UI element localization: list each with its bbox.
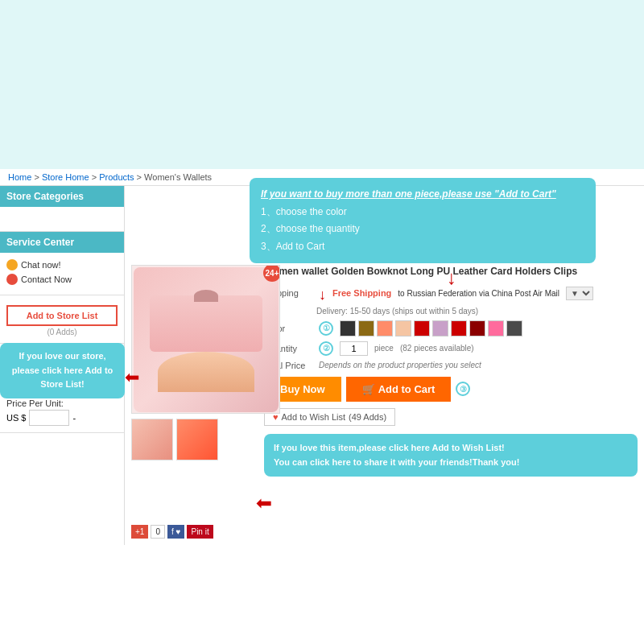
shipping-value: Free Shipping [332,288,391,298]
breadcrumb: Home > Store Home > Products > Women's W… [0,169,644,186]
action-buttons: Buy Now 🛒 Add to Cart ③ [264,377,638,402]
price-range: US $ - [6,410,118,426]
service-center-title: Service Center [0,232,124,253]
color-swatch-3[interactable] [377,320,393,336]
tooltip-top-line1: If you want to buy more than one piece,p… [261,186,584,204]
add-to-cart-button[interactable]: 🛒 Add to Cart [346,377,452,402]
keywords-label: Keywords: [6,366,118,376]
tooltip-wish-bubble: If you love this item,please click here … [264,434,638,477]
store-categories-body [0,207,124,231]
quantity-row: Quantity ② piece (82 pieces available) [264,341,638,356]
tooltip-top-line3: 2、choose the quantity [261,221,584,238]
tooltip-top-line4: 3、Add to Cart [261,238,584,256]
thumbnail-1[interactable] [131,419,173,460]
tooltip-top-bubble: If you want to buy more than one piece,p… [250,178,596,263]
top-banner [0,0,644,169]
add-store-button[interactable]: Add to Store List [6,305,118,326]
color-swatch-10[interactable] [506,320,522,336]
product-content: 24+ +1 0 f ♥ Pin it [131,265,638,539]
color-row: Color ① [264,320,638,336]
product-container: 24+ +1 0 f ♥ Pin it [131,265,638,539]
tooltip-wish-line2: You can click here to share it with your… [274,455,628,470]
wallet-body [150,295,262,352]
shipping-delivery: Delivery: 15-50 days (ships out within 5… [316,307,638,316]
color-swatch-1[interactable] [340,320,356,336]
thumbnail-2[interactable] [176,419,218,460]
color-swatch-6[interactable] [432,320,448,336]
wishlist-button[interactable]: ♥ Add to Wish List (49 Adds) [264,408,395,426]
tooltip-top-line2: 1、choose the color [261,204,584,221]
breadcrumb-store-home[interactable]: Store Home [42,172,89,182]
color-swatch-4[interactable] [395,320,411,336]
breadcrumb-current: Women's Wallets [144,172,212,182]
sidebar: Store Categories Service Center Chat now… [0,186,125,545]
quantity-unit: piece [374,344,394,353]
chat-label: Chat now! [21,260,61,270]
add-store-section: Add to Store List (0 Adds) [0,295,124,344]
cart-icon: 🛒 [362,383,375,395]
chat-icon [6,259,18,270]
store-adds-count: (0 Adds) [6,328,118,336]
product-images: 24+ +1 0 f ♥ Pin it [131,265,256,539]
product-details: Women wallet Golden Bowknot Long PU Leat… [264,265,638,539]
total-price-row: Total Price Depends on the product prope… [264,361,638,370]
price-min-input[interactable] [29,410,69,426]
cart-circle-num: ③ [456,382,470,396]
color-swatch-7[interactable] [451,320,467,336]
color-swatch-2[interactable] [358,320,374,336]
color-swatch-5[interactable] [414,320,430,336]
color-circle-num: ① [319,321,333,336]
thumbnails [131,419,256,460]
total-price-value: Depends on the product properties you se… [319,361,481,369]
color-swatches [340,320,522,336]
facebook-button[interactable]: f ♥ [167,525,185,539]
contact-label: Contact Now [21,275,72,284]
store-categories-title: Store Categories [0,186,124,207]
keywords-input[interactable] [6,378,118,394]
share-count: 0 [151,525,165,539]
product-area: If you want to buy more than one piece,p… [125,186,644,545]
social-share: +1 0 f ♥ Pin it [131,525,256,539]
page-wrapper: Home > Store Home > Products > Women's W… [0,0,644,644]
main-layout: Store Categories Service Center Chat now… [0,186,644,545]
wallet-visual [134,267,279,412]
pinterest-button[interactable]: Pin it [187,525,213,539]
breadcrumb-products[interactable]: Products [99,172,134,182]
breadcrumb-home[interactable]: Home [8,172,31,182]
arrow-social: ➡ [256,492,272,514]
service-center-section: Service Center Chat now! Contact Now [0,232,124,295]
refine-search-title: Refine Search [6,350,118,361]
plus1-button[interactable]: +1 [131,525,148,539]
price-separator: - [72,413,76,423]
shipping-destination: to Russian Federation via China Post Air… [398,289,559,298]
wallet-illustration [146,287,266,392]
email-icon [6,274,18,285]
store-categories-section: Store Categories [0,186,124,232]
contact-item[interactable]: Contact Now [6,274,118,285]
wallet-bow [194,290,218,302]
color-swatch-8[interactable] [469,320,485,336]
qty-circle-num: ② [319,341,333,356]
hand-holding [158,352,254,392]
quantity-available: (82 pieces available) [400,344,474,353]
refine-search-section: Refine Search Keywords: Price Per Unit: … [0,344,124,433]
shipping-select[interactable]: ▼ [566,287,593,300]
price-currency: US $ [6,413,26,423]
wishlist-count: (49 Adds) [349,412,386,422]
chat-item[interactable]: Chat now! [6,259,118,270]
wishlist-label: Add to Wish List [282,412,345,422]
service-center-body: Chat now! Contact Now [0,253,124,295]
price-label: Price Per Unit: [6,398,118,408]
quantity-input[interactable] [340,341,368,356]
badge-count: 24+ [263,265,280,282]
wishlist-row: ♥ Add to Wish List (49 Adds) [264,408,638,426]
tooltip-wish-line1: If you love this item,please click here … [274,440,628,456]
arrow-shipping: ↓ [319,287,326,303]
arrow-store: ⬅ [125,367,139,388]
refine-search-body: Refine Search Keywords: Price Per Unit: … [0,344,124,432]
arrow-top-down: ↓ [447,266,456,289]
main-product-image[interactable]: 24+ [131,265,280,414]
color-swatch-9[interactable] [488,320,504,336]
